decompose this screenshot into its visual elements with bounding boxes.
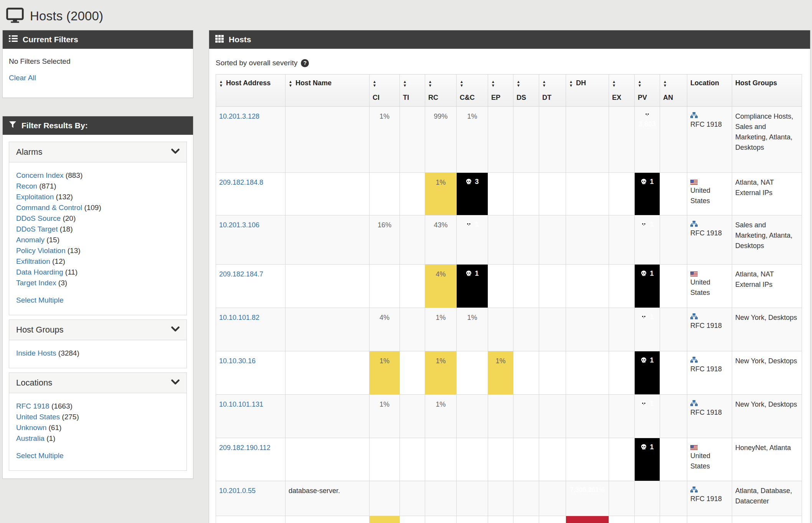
column-header-ds[interactable]: ▲▼DS (513, 74, 539, 107)
filter-link[interactable]: Concern Index (16, 171, 64, 179)
column-header-ci[interactable]: ▲▼CI (370, 74, 400, 107)
alarm-cell-ci[interactable]: 1% (370, 395, 400, 438)
alarm-cell-pv[interactable]: 1 (635, 173, 660, 215)
select-multiple-link[interactable]: Select Multiple (16, 450, 64, 461)
alarm-cell-ex (609, 107, 635, 173)
filter-link[interactable]: Anomaly (16, 236, 45, 244)
sort-arrows-icon[interactable]: ▲▼ (638, 79, 642, 88)
host-address-link[interactable]: 10.201.0.55 (219, 487, 256, 495)
column-header-rc[interactable]: ▲▼RC (425, 74, 457, 107)
alarm-cell-rc[interactable]: 1% (425, 173, 457, 215)
filter-count: (20) (63, 214, 76, 222)
alarm-cell-rc[interactable]: 99% (425, 107, 457, 173)
alarm-cell-ci[interactable]: 1% (370, 351, 400, 395)
filter-link[interactable]: Unknown (16, 424, 46, 432)
alarm-cell-ci[interactable]: 1% (370, 107, 400, 173)
filter-link[interactable]: Target Index (16, 279, 56, 287)
column-header-ep[interactable]: ▲▼EP (488, 74, 513, 107)
column-header-name[interactable]: ▲▼Host Name (286, 74, 370, 107)
alarm-cell-rc[interactable]: 43% (425, 215, 457, 265)
alarm-cell-pv[interactable]: 3,803 (635, 107, 660, 173)
alarm-cell-ci[interactable] (370, 516, 400, 523)
host-address-link[interactable]: 10.10.30.16 (219, 357, 256, 365)
filter-section-header-alarms[interactable]: Alarms (9, 142, 186, 162)
filter-link[interactable]: DDoS Target (16, 225, 58, 233)
column-header-dh[interactable]: ▲▼DH (566, 74, 609, 107)
alarm-cell-rc[interactable]: 4% (425, 265, 457, 308)
sort-arrows-icon[interactable]: ▲▼ (460, 79, 464, 88)
column-header-ti[interactable]: ▲▼TI (400, 74, 425, 107)
column-header-ex[interactable]: ▲▼EX (609, 74, 635, 107)
sort-arrows-icon[interactable]: ▲▼ (428, 79, 432, 88)
alarm-cell-an (660, 107, 687, 173)
filter-link[interactable]: United States (16, 413, 60, 421)
clear-all-link[interactable]: Clear All (9, 74, 36, 82)
alarm-cell-ti (400, 215, 425, 265)
sort-arrows-icon[interactable]: ▲▼ (517, 79, 520, 88)
filter-link[interactable]: RFC 1918 (16, 402, 50, 410)
alarm-cell-rc[interactable]: 1% (425, 351, 457, 395)
alarm-cell-pv[interactable]: 1 (635, 265, 660, 308)
alarm-cell-ci[interactable]: 16% (370, 215, 400, 265)
host-address-link[interactable]: 10.10.101.131 (219, 401, 263, 408)
host-address-link[interactable]: 209.182.184.7 (219, 270, 263, 278)
alarm-cell-pv[interactable]: 1 (635, 438, 660, 481)
alarm-cell-dh[interactable] (566, 516, 609, 523)
table-row: 209.182.190.1121United StatesHoneyNet, A… (216, 438, 802, 481)
list-icon (9, 35, 18, 44)
sort-arrows-icon[interactable]: ▲▼ (373, 79, 376, 88)
alarm-count: 1 (650, 177, 654, 187)
filter-link[interactable]: Command & Control (16, 204, 82, 212)
filter-link[interactable]: DDoS Source (16, 214, 61, 222)
host-address-link[interactable]: 10.10.101.82 (219, 314, 259, 321)
alarm-cell-pv[interactable]: 1 (635, 351, 660, 395)
alarm-cell-cc[interactable]: 1 (457, 215, 488, 265)
sort-arrows-icon[interactable]: ▲▼ (663, 79, 667, 88)
sort-arrows-icon[interactable]: ▲▼ (403, 79, 407, 88)
column-header-address[interactable]: ▲▼Host Address (216, 74, 286, 107)
alarm-cell-pv[interactable]: 1 (635, 308, 660, 351)
filter-link[interactable]: Exfiltration (16, 257, 50, 265)
alarm-cell-rc[interactable]: 1% (425, 395, 457, 438)
column-header-an[interactable]: ▲▼AN (660, 74, 687, 107)
sort-arrows-icon[interactable]: ▲▼ (289, 79, 292, 88)
alarm-cell-cc[interactable]: 1% (457, 308, 488, 351)
host-address-link[interactable]: 209.182.184.8 (219, 179, 263, 186)
filter-link[interactable]: Australia (16, 434, 45, 442)
question-icon[interactable]: ? (301, 59, 309, 67)
alarm-cell-ci[interactable]: 4% (370, 308, 400, 351)
alarm-cell-dt (539, 308, 566, 351)
hosts-panel-header: Hosts (209, 30, 810, 49)
host-address-link[interactable]: 10.201.3.106 (219, 221, 259, 229)
alarm-cell-ds (513, 351, 539, 395)
host-address-link[interactable]: 10.201.3.128 (219, 113, 259, 120)
select-multiple-link[interactable]: Select Multiple (16, 295, 64, 306)
column-header-dt[interactable]: ▲▼DT (539, 74, 566, 107)
filter-count: (871) (39, 182, 56, 190)
sort-arrows-icon[interactable]: ▲▼ (219, 79, 223, 88)
filter-section-header-host-groups[interactable]: Host Groups (9, 320, 186, 340)
filter-link[interactable]: Recon (16, 182, 37, 190)
alarm-cell-pv[interactable]: 1 (635, 395, 660, 438)
alarm-cell-ep[interactable]: 1% (488, 351, 513, 395)
filter-link[interactable]: Data Hoarding (16, 268, 63, 276)
column-header-cc[interactable]: ▲▼C&C (457, 74, 488, 107)
column-header-pv[interactable]: ▲▼PV (635, 74, 660, 107)
alarm-cell-dh[interactable]: 7,306,261% (566, 481, 609, 516)
alarm-cell-rc[interactable]: 1% (425, 308, 457, 351)
alarm-cell-cc[interactable]: 3 (457, 173, 488, 215)
skull-icon (640, 314, 647, 320)
sort-arrows-icon[interactable]: ▲▼ (542, 79, 546, 88)
filter-section-header-locations[interactable]: Locations (9, 373, 186, 393)
host-address-link[interactable]: 209.182.190.112 (219, 444, 271, 452)
sort-arrows-icon[interactable]: ▲▼ (491, 79, 495, 88)
filter-section-title: Alarms (16, 147, 42, 157)
alarm-cell-cc[interactable]: 1% (457, 107, 488, 173)
sort-arrows-icon[interactable]: ▲▼ (612, 79, 616, 88)
alarm-cell-cc[interactable]: 1 (457, 265, 488, 308)
filter-link[interactable]: Policy Violation (16, 247, 66, 255)
alarm-cell-pv[interactable]: 1 (635, 215, 660, 265)
filter-link[interactable]: Inside Hosts (16, 349, 56, 357)
filter-link[interactable]: Exploitation (16, 193, 54, 201)
sort-arrows-icon[interactable]: ▲▼ (569, 79, 573, 88)
